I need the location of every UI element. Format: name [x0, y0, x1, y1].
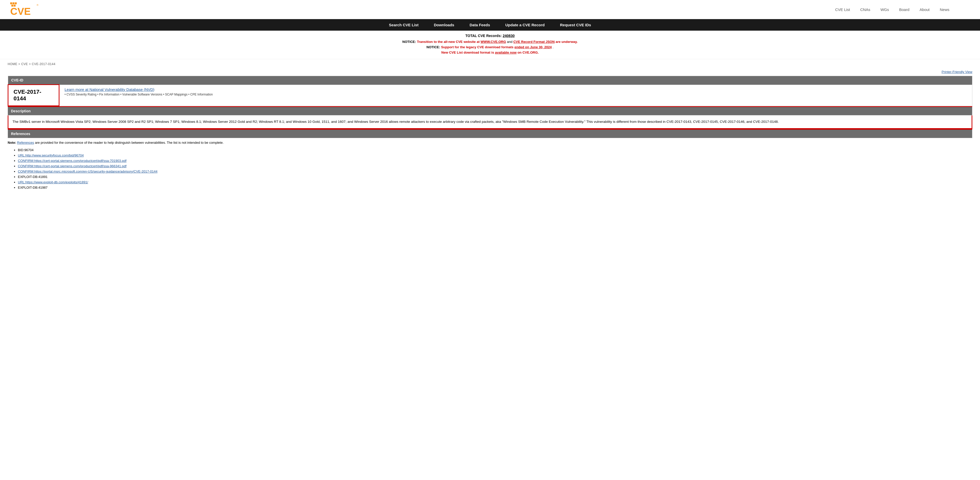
- total-label: TOTAL CVE Records:: [466, 34, 502, 38]
- list-item: BID:96704: [18, 148, 972, 152]
- notice1-prefix: NOTICE:: [402, 40, 416, 44]
- references-header: References: [8, 129, 972, 138]
- description-text: The SMBv1 server in Microsoft Windows Vi…: [8, 115, 972, 129]
- nvd-cell: Learn more at National Vulnerability Dat…: [59, 85, 972, 106]
- notice1-suffix: are underway.: [555, 40, 578, 44]
- notice2-prefix: NOTICE:: [426, 45, 440, 49]
- list-item: EXPLOIT-DB:41987: [18, 186, 972, 190]
- nav-news[interactable]: News: [940, 7, 950, 12]
- notice-line-3: New CVE List download format is availabl…: [5, 51, 975, 54]
- nvd-link[interactable]: Learn more at National Vulnerability Dat…: [65, 87, 154, 92]
- ref-url-2[interactable]: URL:https://www.exploit-db.com/exploits/…: [18, 180, 88, 184]
- printer-friendly-area: Printer-Friendly View: [0, 69, 980, 76]
- notice2-red: Support for the legacy CVE download form…: [441, 45, 514, 49]
- toolbar: Search CVE List Downloads Data Feeds Upd…: [0, 19, 980, 30]
- cve-id-table: CVE-ID CVE-2017-0144 Learn more at Natio…: [8, 76, 972, 106]
- toolbar-request-cve-ids[interactable]: Request CVE IDs: [560, 23, 591, 27]
- ref-bid-1: BID:96704: [18, 148, 33, 152]
- ref-exploitdb-2: EXPLOIT-DB:41987: [18, 186, 48, 190]
- references-note: Note: References are provided for the co…: [8, 138, 972, 145]
- cve-logo: CVE ®: [10, 2, 41, 16]
- references-list: BID:96704 URL:http://www.securityfocus.c…: [8, 148, 972, 190]
- ref-confirm-2[interactable]: CONFIRM:https://cert-portal.siemens.com/…: [18, 164, 127, 168]
- nav-board[interactable]: Board: [899, 7, 909, 12]
- svg-text:®: ®: [37, 3, 39, 6]
- ref-url-1[interactable]: URL:http://www.securityfocus.com/bid/967…: [18, 153, 84, 157]
- main-content: CVE-ID CVE-2017-0144 Learn more at Natio…: [0, 76, 980, 199]
- notice-area: TOTAL CVE Records: 240830 NOTICE: Transi…: [0, 30, 980, 59]
- ref-confirm-3[interactable]: CONFIRM:https://portal.msrc.microsoft.co…: [18, 169, 158, 173]
- notice1-red-text: Transition to the all-new CVE website at: [417, 40, 480, 44]
- notice1-link2[interactable]: CVE Record Format JSON: [513, 40, 555, 44]
- svg-rect-0: [10, 2, 12, 4]
- cve-id-value: CVE-2017-0144: [8, 85, 59, 106]
- breadcrumb: HOME > CVE > CVE-2017-0144: [0, 59, 980, 69]
- list-item: URL:http://www.securityfocus.com/bid/967…: [18, 153, 972, 157]
- total-records-line: TOTAL CVE Records: 240830: [5, 34, 975, 38]
- references-note-suffix: are provided for the convenience of the …: [35, 141, 224, 145]
- nav-cve-list[interactable]: CVE List: [835, 7, 850, 12]
- nav-about[interactable]: About: [920, 7, 929, 12]
- svg-rect-1: [13, 2, 14, 4]
- total-count-link[interactable]: 240830: [503, 34, 515, 38]
- list-item: CONFIRM:https://cert-portal.siemens.com/…: [18, 159, 972, 163]
- notice1-middle: and: [507, 40, 513, 44]
- toolbar-downloads[interactable]: Downloads: [434, 23, 454, 27]
- cve-id-header: CVE-ID: [8, 76, 972, 85]
- description-header: Description: [8, 106, 972, 115]
- toolbar-update-cve[interactable]: Update a CVE Record: [505, 23, 545, 27]
- notice2-line2a: New CVE List download format is: [441, 51, 495, 54]
- logo-area[interactable]: CVE ®: [10, 2, 41, 17]
- nav-cnas[interactable]: CNAs: [860, 7, 870, 12]
- list-item: CONFIRM:https://cert-portal.siemens.com/…: [18, 164, 972, 168]
- ref-confirm-1[interactable]: CONFIRM:https://cert-portal.siemens.com/…: [18, 159, 127, 163]
- nvd-subtext: • CVSS Severity Rating • Fix Information…: [65, 92, 967, 96]
- list-item: EXPLOIT-DB:41891: [18, 175, 972, 179]
- toolbar-search-cve[interactable]: Search CVE List: [389, 23, 418, 27]
- notice2-line2b: on CVE.ORG.: [517, 51, 539, 54]
- printer-friendly-link[interactable]: Printer-Friendly View: [942, 70, 972, 74]
- nav-wgs[interactable]: WGs: [880, 7, 889, 12]
- list-item: URL:https://www.exploit-db.com/exploits/…: [18, 180, 972, 184]
- notice-line-2: NOTICE: Support for the legacy CVE downl…: [5, 45, 975, 49]
- list-item: CONFIRM:https://portal.msrc.microsoft.co…: [18, 169, 972, 173]
- ref-exploitdb-1: EXPLOIT-DB:41891: [18, 175, 48, 179]
- notice-line-1: NOTICE: Transition to the all-new CVE we…: [5, 40, 975, 44]
- notice2-mid: .: [552, 45, 554, 49]
- notice1-link1[interactable]: WWW.CVE.ORG: [480, 40, 506, 44]
- svg-rect-2: [15, 2, 17, 4]
- toolbar-data-feeds[interactable]: Data Feeds: [469, 23, 490, 27]
- svg-text:CVE: CVE: [10, 6, 30, 16]
- references-note-link[interactable]: References: [17, 141, 34, 145]
- top-navigation: CVE ® CVE List CNAs WGs Board About News: [0, 0, 980, 19]
- main-nav: CVE List CNAs WGs Board About News: [835, 7, 950, 12]
- references-note-prefix: Note:: [8, 141, 16, 145]
- notice2-available-link[interactable]: available now: [495, 51, 517, 54]
- notice2-ended-link[interactable]: ended on June 30, 2024: [514, 45, 552, 49]
